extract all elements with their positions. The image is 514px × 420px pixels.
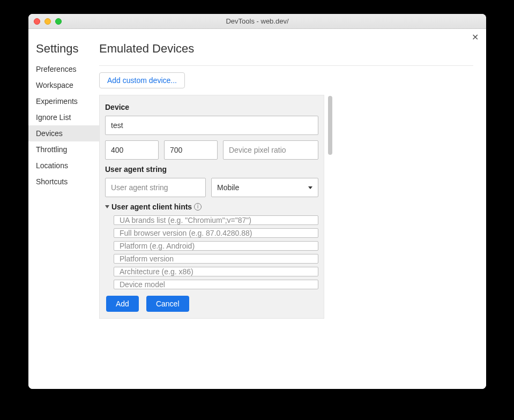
platform-input[interactable]: Platform (e.g. Android): [114, 241, 318, 251]
device-height-input[interactable]: 700: [164, 140, 218, 160]
scrollbar-thumb[interactable]: [328, 96, 332, 155]
user-agent-string-input[interactable]: User agent string: [105, 178, 206, 197]
device-editor-panel: Device test 400 700: [99, 95, 324, 319]
device-width-input[interactable]: 400: [105, 140, 159, 160]
device-model-input[interactable]: Device model: [114, 280, 318, 289]
window-title: DevTools - web.dev/: [28, 17, 486, 25]
sidebar-item-label: Devices: [36, 129, 63, 138]
client-hints-fields: UA brands list (e.g. "Chromium";v="87") …: [105, 215, 318, 289]
cancel-button[interactable]: Cancel: [146, 296, 189, 312]
sidebar-item-experiments[interactable]: Experiments: [28, 93, 99, 109]
sidebar-item-ignore-list[interactable]: Ignore List: [28, 109, 99, 125]
button-label: Cancel: [156, 299, 180, 308]
minimize-window-icon[interactable]: [44, 18, 51, 25]
app-window: DevTools - web.dev/ Settings Preferences…: [28, 14, 486, 389]
sidebar-item-workspace[interactable]: Workspace: [28, 77, 99, 93]
input-placeholder: Full browser version (e.g. 87.0.4280.88): [120, 229, 252, 237]
button-label: Add custom device...: [107, 76, 177, 85]
button-row: Add Cancel: [106, 296, 318, 312]
user-agent-type-select[interactable]: Mobile: [211, 178, 318, 197]
input-placeholder: Architecture (e.g. x86): [120, 267, 193, 276]
triangle-down-icon: [105, 205, 109, 208]
sidebar-item-label: Preferences: [36, 65, 76, 73]
device-name-input[interactable]: test: [105, 116, 318, 135]
scrollbar[interactable]: [326, 95, 334, 319]
sidebar-item-label: Workspace: [36, 81, 73, 89]
sidebar-item-label: Throttling: [36, 145, 67, 154]
settings-sidebar: Settings Preferences Workspace Experimen…: [28, 29, 99, 389]
full-browser-version-input[interactable]: Full browser version (e.g. 87.0.4280.88): [114, 228, 318, 238]
traffic-lights: [34, 18, 62, 25]
device-editor-wrapper: Device test 400 700: [99, 95, 473, 319]
sidebar-item-preferences[interactable]: Preferences: [28, 61, 99, 77]
chevron-down-icon: [308, 186, 312, 189]
main-area: ✕ Emulated Devices Add custom device... …: [99, 29, 486, 389]
input-placeholder: User agent string: [111, 183, 168, 192]
device-pixel-ratio-input[interactable]: Device pixel ratio: [223, 140, 318, 160]
add-button[interactable]: Add: [106, 296, 139, 312]
client-hints-disclosure[interactable]: User agent client hints i: [105, 202, 318, 211]
input-value: 400: [111, 146, 123, 154]
button-label: Add: [116, 299, 129, 308]
sidebar-item-devices[interactable]: Devices: [28, 125, 99, 141]
input-placeholder: Platform (e.g. Android): [120, 242, 195, 250]
input-value: test: [111, 121, 123, 130]
close-window-icon[interactable]: [34, 18, 40, 25]
maximize-window-icon[interactable]: [55, 18, 62, 25]
sidebar-item-label: Locations: [36, 161, 68, 170]
sidebar-item-label: Ignore List: [36, 113, 71, 122]
content: Settings Preferences Workspace Experimen…: [28, 29, 486, 389]
add-custom-device-button[interactable]: Add custom device...: [99, 72, 185, 88]
input-placeholder: Device model: [120, 280, 165, 289]
sidebar-item-label: Experiments: [36, 97, 78, 106]
input-placeholder: Device pixel ratio: [229, 146, 286, 154]
sidebar-item-label: Shortcuts: [36, 177, 68, 186]
input-placeholder: UA brands list (e.g. "Chromium";v="87"): [120, 216, 251, 224]
sidebar-item-locations[interactable]: Locations: [28, 158, 99, 174]
titlebar: DevTools - web.dev/: [28, 14, 486, 29]
client-hints-label: User agent client hints: [111, 202, 192, 211]
sidebar-item-throttling[interactable]: Throttling: [28, 141, 99, 158]
settings-title: Settings: [28, 42, 99, 61]
close-icon[interactable]: ✕: [470, 33, 480, 43]
select-value: Mobile: [217, 183, 239, 192]
divider: [99, 65, 473, 66]
sidebar-item-shortcuts[interactable]: Shortcuts: [28, 174, 99, 190]
device-section-label: Device: [105, 103, 318, 111]
architecture-input[interactable]: Architecture (e.g. x86): [114, 267, 318, 276]
input-placeholder: Platform version: [120, 254, 174, 263]
ua-section-label: User agent string: [105, 165, 318, 174]
page-title: Emulated Devices: [99, 42, 473, 56]
platform-version-input[interactable]: Platform version: [114, 254, 318, 264]
input-value: 700: [170, 146, 182, 154]
ua-brands-input[interactable]: UA brands list (e.g. "Chromium";v="87"): [114, 215, 318, 225]
info-icon[interactable]: i: [194, 203, 202, 211]
